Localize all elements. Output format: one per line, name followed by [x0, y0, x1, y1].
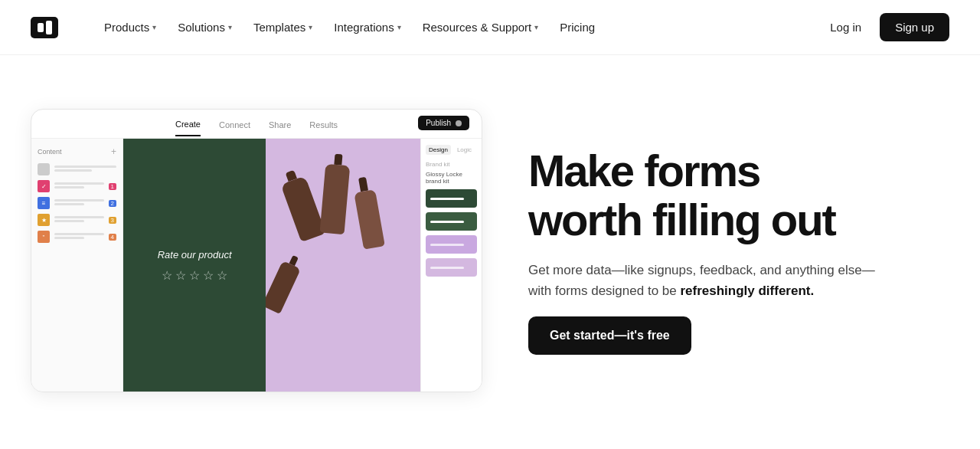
nav-item-pricing[interactable]: Pricing: [550, 15, 604, 40]
publish-button[interactable]: Publish: [418, 116, 469, 130]
ui-tab-results[interactable]: Results: [309, 120, 338, 136]
panel-brand-name: Glossy Locke brand kit: [426, 171, 477, 185]
chevron-down-icon: ▾: [228, 23, 232, 31]
sidebar-row-5: " 4: [38, 231, 116, 243]
swatch-green-1: [426, 189, 477, 208]
bottle-3: [351, 175, 385, 249]
ui-tab-create[interactable]: Create: [175, 120, 201, 136]
panel-section-label: Brand kit: [426, 161, 477, 168]
chevron-down-icon: ▾: [152, 23, 156, 31]
panel-tab-design[interactable]: Design: [426, 145, 451, 155]
swatch-purple-2: [426, 258, 477, 277]
bottle-1: [278, 167, 326, 242]
row-lines-2: [54, 182, 104, 190]
swatch-green-2: [426, 212, 477, 231]
hero-subtext: Get more data—like signups, feedback, an…: [528, 260, 880, 301]
signup-button[interactable]: Sign up: [880, 13, 949, 41]
chevron-down-icon: ▾: [309, 23, 312, 31]
ui-tab-share[interactable]: Share: [269, 120, 291, 136]
row-badge-5: ": [38, 231, 50, 243]
row-lines-4: [54, 216, 104, 224]
chevron-down-icon: ▾: [534, 23, 538, 31]
ui-canvas: Rate our product ☆ ☆ ☆ ☆ ☆: [123, 139, 420, 392]
cta-button[interactable]: Get started—it's free: [528, 316, 691, 355]
panel-tab-logic[interactable]: Logic: [454, 145, 475, 155]
row-lines-3: [54, 199, 104, 207]
ui-design-panel: Design Logic Brand kit Glossy Locke bran…: [420, 139, 482, 392]
sidebar-row-4: ★ 3: [38, 214, 116, 226]
hero-section: Create Connect Share Results Publish Con…: [0, 55, 980, 446]
nav-item-solutions[interactable]: Solutions ▾: [168, 15, 241, 40]
logo-icon: [31, 17, 58, 38]
canvas-stars: ☆ ☆ ☆ ☆ ☆: [162, 268, 227, 283]
nav-item-products[interactable]: Products ▾: [95, 15, 165, 40]
logo-bar-1: [38, 23, 44, 32]
swatch-purple-1: [426, 235, 477, 254]
ui-main-area: Content + ✓: [31, 139, 482, 392]
panel-tabs: Design Logic: [426, 145, 477, 155]
row-lines-1: [54, 166, 116, 173]
login-button[interactable]: Log in: [818, 15, 874, 40]
logo[interactable]: [31, 17, 58, 38]
add-content-icon[interactable]: +: [111, 146, 116, 157]
sidebar-row-1: [38, 163, 116, 175]
nav-item-resources[interactable]: Resources & Support ▾: [413, 15, 548, 40]
ui-tab-connect[interactable]: Connect: [219, 120, 250, 136]
canvas-right-panel: [266, 139, 420, 392]
row-lines-5: [54, 233, 104, 241]
row-badge-1: [38, 163, 50, 175]
canvas-left-panel: Rate our product ☆ ☆ ☆ ☆ ☆: [123, 139, 266, 392]
ui-content-sidebar: Content + ✓: [31, 139, 123, 392]
logo-bar-2: [46, 21, 52, 34]
nav-item-templates[interactable]: Templates ▾: [244, 15, 322, 40]
row-badge-2: ✓: [38, 180, 50, 192]
nav-links: Products ▾ Solutions ▾ Templates ▾ Integ…: [95, 15, 818, 40]
publish-status-dot: [456, 120, 462, 126]
hero-headline: Make forms worth filling out: [528, 146, 934, 244]
sidebar-row-3: ≡ 2: [38, 197, 116, 209]
nav-actions: Log in Sign up: [818, 13, 949, 41]
sidebar-header: Content +: [38, 146, 116, 157]
ui-toolbar: Create Connect Share Results Publish: [31, 110, 482, 139]
navbar: Products ▾ Solutions ▾ Templates ▾ Integ…: [0, 0, 980, 55]
bottles-container: [266, 139, 420, 392]
row-badge-4: ★: [38, 214, 50, 226]
nav-item-integrations[interactable]: Integrations ▾: [325, 15, 410, 40]
chevron-down-icon: ▾: [397, 23, 401, 31]
hero-ui-mockup: Create Connect Share Results Publish Con…: [31, 109, 482, 392]
sidebar-row-2: ✓ 1: [38, 180, 116, 192]
hero-text: Make forms worth filling out Get more da…: [528, 146, 934, 355]
bottle-2: [320, 153, 351, 234]
row-badge-3: ≡: [38, 197, 50, 209]
bottle-4: [266, 252, 305, 314]
